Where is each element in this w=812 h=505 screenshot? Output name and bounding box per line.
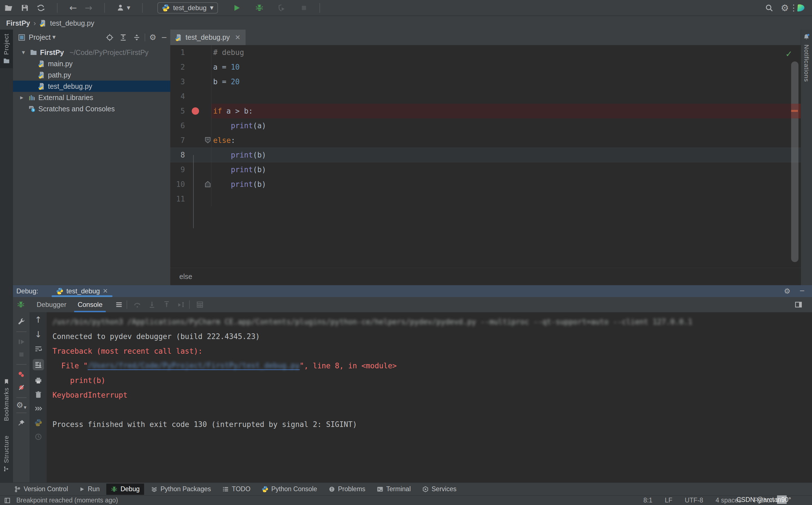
debug-settings-button[interactable]: ⚙ ▼ [16, 401, 26, 409]
step-out-icon[interactable] [163, 301, 170, 309]
line-number[interactable]: 6 [170, 122, 185, 130]
editor-scrollbar[interactable] [791, 61, 799, 262]
close-tab-icon[interactable]: ✕ [103, 288, 108, 295]
forward-icon[interactable]: → [85, 3, 93, 12]
expand-all-icon[interactable] [119, 33, 127, 41]
toolwindow-python-packages[interactable]: Python Packages [146, 484, 216, 495]
tree-item-scratches[interactable]: Scratches and Consoles [13, 103, 170, 115]
tree-item-file-selected[interactable]: test_debug.py [13, 80, 170, 92]
hide-debug-panel-icon[interactable]: ─ [800, 288, 804, 295]
editor-breadcrumb-else[interactable]: else [179, 273, 192, 281]
search-everywhere-icon[interactable] [765, 4, 773, 12]
toolwindow-services[interactable]: Services [418, 484, 461, 495]
pin-tab-icon[interactable] [17, 419, 25, 427]
sidebar-item-notifications[interactable]: Notifications [801, 33, 812, 82]
back-icon[interactable]: ← [70, 3, 77, 12]
layout-settings-icon[interactable] [795, 301, 812, 309]
traceback-file-link[interactable]: /Users/fred/Code/PyProject/FirstPy/test_… [88, 362, 299, 370]
toolwindow-python-console[interactable]: Python Console [257, 484, 321, 495]
toolwindow-toggle-icon[interactable] [4, 497, 11, 504]
step-into-icon[interactable] [148, 301, 156, 309]
save-all-icon[interactable] [21, 4, 29, 12]
close-tab-icon[interactable]: ✕ [235, 33, 241, 41]
hide-panel-icon[interactable]: ─ [162, 34, 166, 41]
fold-start-icon[interactable] [205, 137, 211, 145]
error-stripe-mark[interactable] [791, 110, 798, 112]
up-stack-trace-icon[interactable]: ↑ [35, 316, 42, 324]
stop-button[interactable] [300, 4, 308, 12]
run-to-cursor-icon[interactable] [177, 301, 185, 309]
line-number[interactable]: 4 [170, 92, 185, 101]
step-over-icon[interactable] [133, 301, 141, 309]
user-profile-button[interactable]: ▼ [117, 4, 130, 12]
tree-item-file[interactable]: path.py [13, 69, 170, 80]
skip-fast-forward-icon[interactable] [34, 405, 42, 412]
tree-item-file[interactable]: main.py [13, 58, 170, 69]
chevron-down-icon[interactable]: ▼ [52, 35, 56, 39]
scroll-to-end-icon[interactable] [33, 359, 44, 370]
debug-console-output[interactable]: /usr/bin/python3 /Applications/PyCharm C… [47, 312, 812, 482]
tab-debugger[interactable]: Debugger [31, 297, 72, 312]
toolwindow-debug[interactable]: Debug [106, 484, 144, 495]
line-number[interactable]: 9 [170, 165, 185, 174]
settings-gear-icon[interactable]: ⚙ [781, 3, 789, 12]
rerun-wrench-icon[interactable] [17, 318, 25, 326]
view-breakpoints-icon[interactable] [17, 371, 25, 378]
caret-position[interactable]: 8:1 [643, 497, 652, 504]
open-folder-icon[interactable] [5, 4, 13, 12]
history-clock-icon[interactable] [34, 433, 42, 441]
soft-wrap-icon[interactable] [34, 345, 42, 353]
fold-end-icon[interactable] [205, 181, 211, 189]
clear-console-trash-icon[interactable] [34, 390, 42, 398]
locate-file-icon[interactable] [106, 33, 114, 41]
sidebar-item-bookmarks[interactable]: Bookmarks [0, 378, 13, 421]
panel-options-gear-icon[interactable]: ⚙ [149, 33, 156, 41]
resume-program-icon[interactable] [17, 338, 25, 346]
line-number[interactable]: 8 [170, 151, 185, 159]
run-with-coverage-icon[interactable] [278, 4, 286, 12]
sidebar-item-project[interactable]: Project [0, 30, 13, 68]
line-number[interactable]: 7 [170, 136, 185, 145]
collapse-all-icon[interactable] [133, 33, 141, 41]
print-icon[interactable] [34, 376, 42, 384]
line-number[interactable]: 11 [170, 195, 185, 203]
debug-button[interactable] [255, 4, 264, 12]
editor-tab-test-debug[interactable]: test_debug.py ✕ [170, 30, 246, 45]
project-panel-title[interactable]: Project [29, 33, 51, 41]
line-number[interactable]: 3 [170, 77, 185, 86]
breakpoint-icon[interactable] [192, 107, 199, 115]
run-configuration-select[interactable]: test_debug ▼ [157, 2, 218, 13]
mute-breakpoints-icon[interactable] [17, 383, 25, 391]
toolwindow-terminal[interactable]: Terminal [372, 484, 415, 495]
status-message[interactable]: Breakpoint reached (moments ago) [16, 497, 118, 504]
line-separator[interactable]: LF [665, 497, 672, 504]
sync-icon[interactable] [37, 4, 45, 12]
breadcrumb-file[interactable]: test_debug.py [50, 19, 94, 27]
line-number[interactable]: 2 [170, 63, 185, 71]
toolwindow-run[interactable]: Run [75, 484, 104, 495]
editor-options-kebab-icon[interactable]: ⋮ [789, 3, 798, 13]
line-number[interactable]: 10 [170, 180, 185, 188]
python-prompt-icon[interactable] [34, 419, 42, 427]
expand-toggle-icon[interactable]: ▾ [20, 49, 27, 56]
line-number[interactable]: 5 [170, 107, 185, 115]
toolwindow-version-control[interactable]: Version Control [10, 484, 73, 495]
toolwindow-todo[interactable]: TODO [218, 484, 255, 495]
sidebar-item-structure[interactable]: Structure [0, 436, 13, 472]
tree-item-root[interactable]: ▾ FirstPy ~/Code/PyProject/FirstPy [13, 47, 170, 58]
breadcrumb-project[interactable]: FirstPy [6, 19, 30, 27]
expand-toggle-icon[interactable]: ▸ [18, 94, 25, 101]
code-editor[interactable]: 1# debug 2a = 10 3b = 20 4 5 if a > b: 6… [170, 45, 801, 268]
down-stack-trace-icon[interactable]: ↓ [35, 330, 42, 339]
inspections-ok-check-icon[interactable]: ✓ [786, 48, 792, 59]
file-encoding[interactable]: UTF-8 [685, 497, 703, 504]
run-button[interactable] [233, 4, 241, 12]
debug-session-tab[interactable]: test_debug ✕ [51, 285, 112, 297]
evaluate-grid-icon[interactable] [196, 301, 204, 309]
toolwindow-problems[interactable]: Problems [324, 484, 370, 495]
stop-icon[interactable] [18, 351, 25, 358]
console-options-icon[interactable] [115, 301, 123, 308]
tab-console[interactable]: Console [72, 297, 108, 312]
debug-settings-gear-icon[interactable]: ⚙ [784, 288, 790, 295]
tree-item-external-libraries[interactable]: ▸ External Libraries [13, 92, 170, 103]
